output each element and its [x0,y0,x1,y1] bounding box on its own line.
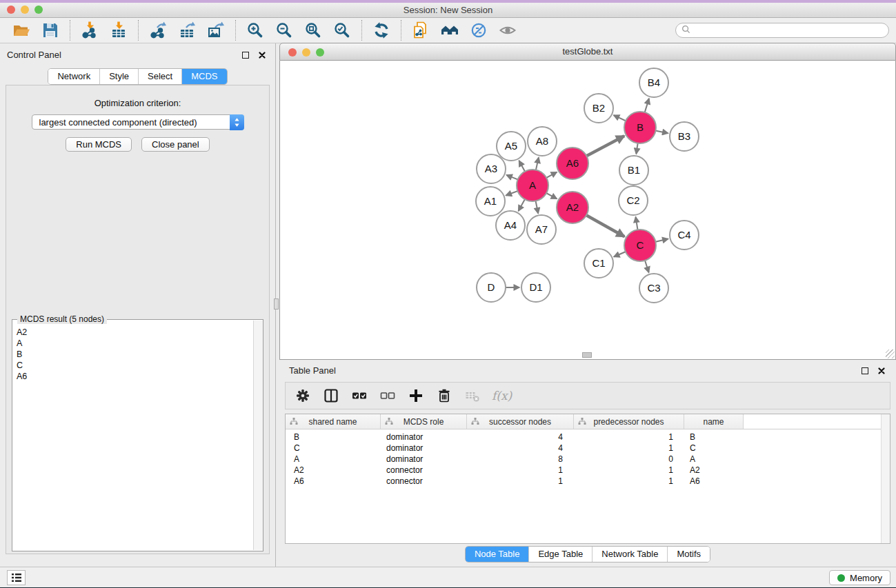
horizontal-scroll-thumb[interactable] [582,352,592,358]
cell-successor-nodes[interactable]: 4 [467,443,574,454]
cell-shared-name[interactable]: C [286,443,381,454]
network-canvas[interactable]: B4B2BB3A8A5A6A3B1AA1C2A2A4A7C4CC1DD1C3 [279,61,896,360]
graph-node-B[interactable]: B [624,112,656,143]
graph-node-A2[interactable]: A2 [557,192,588,223]
cell-predecessor-nodes[interactable]: 0 [574,454,684,465]
function-builder-button[interactable]: f(x) [492,386,512,405]
zoom-traffic-light[interactable] [34,6,43,14]
panel-divider-grip[interactable] [274,298,279,310]
table-row[interactable]: Bdominator41B [286,432,890,443]
table-row[interactable]: A2connector11A2 [286,465,890,476]
cell-successor-nodes[interactable]: 1 [467,476,574,487]
delete-table-button[interactable] [464,386,481,405]
tab-select[interactable]: Select [138,69,181,84]
cell-successor-nodes[interactable]: 4 [467,432,574,443]
graph-node-A8[interactable]: A8 [528,127,557,156]
cell-MCDS-role[interactable]: dominator [381,454,467,465]
mcds-result-item[interactable]: C [17,360,263,371]
mcds-result-item[interactable]: B [17,349,263,360]
tab-edge-table[interactable]: Edge Table [528,547,592,562]
graph-node-A[interactable]: A [517,170,548,201]
close-table-panel-button[interactable] [877,366,886,376]
close-panel-action-button[interactable]: Close panel [141,137,210,152]
task-history-button[interactable] [7,570,26,585]
export-table-button[interactable] [172,19,201,41]
search-input[interactable] [694,25,883,36]
zoom-out-button[interactable] [270,19,299,41]
minimize-traffic-light[interactable] [21,6,29,14]
column-view-button[interactable] [322,386,340,405]
mcds-result-item[interactable]: A6 [17,371,263,382]
eye-button[interactable] [493,19,522,41]
select-all-button[interactable] [350,386,368,405]
close-panel-button[interactable] [257,50,267,60]
refresh-button[interactable] [367,19,396,41]
graph-node-C3[interactable]: C3 [639,274,668,303]
graph-node-A7[interactable]: A7 [527,215,556,244]
column-header-MCDS-role[interactable]: MCDS role [381,414,467,429]
mcds-result-item[interactable]: A2 [17,327,263,338]
graph-node-B1[interactable]: B1 [619,156,648,185]
zoom-fit-button[interactable] [299,19,328,41]
close-traffic-light[interactable] [7,6,15,14]
cell-name[interactable]: B [684,432,744,443]
tab-style[interactable]: Style [99,69,138,84]
cell-name[interactable]: C [684,443,744,454]
cell-MCDS-role[interactable]: connector [381,465,467,476]
float-table-panel-button[interactable] [860,366,870,376]
cell-shared-name[interactable]: A2 [286,465,381,476]
cell-name[interactable]: A6 [684,476,744,487]
home-button[interactable] [435,19,464,41]
column-header-successor-nodes[interactable]: successor nodes [467,414,574,429]
save-button[interactable] [36,19,65,41]
cell-successor-nodes[interactable]: 8 [467,454,574,465]
cell-MCDS-role[interactable]: dominator [381,432,467,443]
cell-name[interactable]: A2 [684,465,744,476]
tab-motifs[interactable]: Motifs [667,547,710,562]
resize-grip-icon[interactable] [886,349,895,358]
result-scrollbar[interactable] [253,321,263,550]
memory-button[interactable]: Memory [829,570,890,585]
tab-node-table[interactable]: Node Table [466,547,529,562]
import-network-button[interactable] [75,19,104,41]
graph-node-A1[interactable]: A1 [476,187,505,216]
graph-node-B2[interactable]: B2 [584,94,613,123]
float-panel-button[interactable] [241,50,250,60]
graph-node-B4[interactable]: B4 [639,68,668,97]
import-table-button[interactable] [104,19,133,41]
tab-network-table[interactable]: Network Table [592,547,667,562]
export-image-button[interactable] [201,19,230,41]
table-row[interactable]: A6connector11A6 [286,476,890,487]
add-button[interactable] [407,386,425,405]
zoom-in-button[interactable] [241,19,270,41]
zoom-selected-button[interactable] [328,19,357,41]
hide-details-button[interactable] [464,19,493,41]
tab-network[interactable]: Network [48,69,99,84]
table-row[interactable]: Adominator80A [286,454,890,465]
graph-node-D[interactable]: D [477,273,506,302]
column-header-shared-name[interactable]: shared name [286,414,381,429]
duplicate-network-button[interactable] [406,19,435,41]
mcds-result-item[interactable]: A [17,338,263,349]
graph-node-A5[interactable]: A5 [497,132,526,161]
cell-shared-name[interactable]: A6 [286,476,381,487]
cell-predecessor-nodes[interactable]: 1 [574,465,684,476]
column-header-predecessor-nodes[interactable]: predecessor nodes [574,414,684,429]
graph-node-A3[interactable]: A3 [477,154,506,183]
zoom-traffic-light[interactable] [316,48,324,57]
deselect-all-button[interactable] [379,386,397,405]
graph-node-A6[interactable]: A6 [557,148,588,179]
graph-node-C2[interactable]: C2 [619,186,648,215]
cell-predecessor-nodes[interactable]: 1 [574,432,684,443]
graph-node-B3[interactable]: B3 [670,122,699,151]
cell-MCDS-role[interactable]: dominator [381,443,467,454]
graph-node-C1[interactable]: C1 [584,249,613,278]
run-mcds-button[interactable]: Run MCDS [66,137,132,152]
minimize-traffic-light[interactable] [302,48,310,57]
graph-node-C4[interactable]: C4 [670,221,699,250]
cell-name[interactable]: A [684,454,744,465]
cell-successor-nodes[interactable]: 1 [467,465,574,476]
graph-node-A4[interactable]: A4 [496,211,525,240]
graph-node-C[interactable]: C [624,230,656,261]
close-traffic-light[interactable] [288,48,297,57]
